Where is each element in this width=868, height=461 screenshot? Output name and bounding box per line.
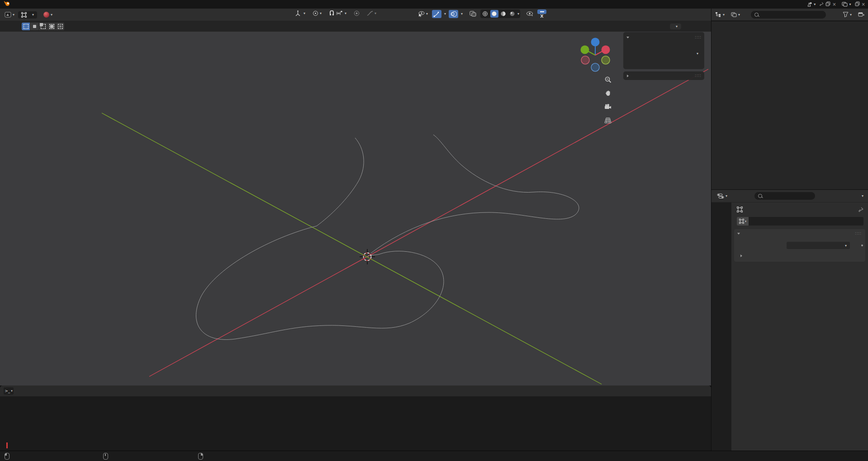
select-mode-extend[interactable]: [30, 23, 39, 30]
shading-dropdown[interactable]: ▾: [517, 12, 519, 16]
gizmo-dropdown[interactable]: ▾: [444, 12, 446, 16]
overlays-dropdown[interactable]: ▾: [461, 12, 463, 16]
pivot-icon: [313, 10, 318, 16]
solid-icon: [491, 11, 497, 17]
mouse-middle-icon: [103, 453, 108, 460]
outliner: [711, 21, 868, 189]
shading-material-button[interactable]: [499, 10, 508, 18]
new-collection-button[interactable]: [856, 11, 866, 18]
outliner-filter-button[interactable]: ▾: [841, 11, 854, 18]
curve-paths: [196, 135, 579, 339]
object-name-value[interactable]: [749, 217, 863, 226]
show-object-types-selector[interactable]: ▾: [416, 10, 429, 18]
magnet-icon: [329, 10, 335, 16]
xray-icon: [470, 11, 476, 17]
gizmo-x-ball[interactable]: [602, 46, 610, 54]
pin-icon[interactable]: [819, 2, 824, 7]
new-scene-icon[interactable]: [825, 1, 830, 7]
hardops-button[interactable]: ▾: [42, 11, 54, 19]
chevron-down-icon: ▾: [849, 2, 851, 6]
rotation-mode-dropdown[interactable]: ▾: [626, 50, 702, 57]
perspective-toggle-button[interactable]: [602, 114, 614, 127]
transform-panel-header[interactable]: ::::: [734, 229, 865, 238]
object-icon: [739, 219, 744, 224]
add-workspace-button[interactable]: [21, 4, 31, 5]
topbar: ▾ × ▾ ×: [0, 0, 868, 9]
editor-type-button[interactable]: ▾: [3, 11, 16, 19]
chevron-down-icon: ▾: [814, 2, 816, 6]
funnel-icon: [843, 12, 849, 17]
x-axis-line: [149, 69, 708, 376]
rotation-mode-dropdown[interactable]: ▾: [787, 242, 850, 249]
zoom-button[interactable]: [602, 73, 614, 86]
outliner-header: ▾ ▾ ▾: [711, 9, 868, 21]
sidebar-npanel: :::: ▾ ::::: [623, 32, 704, 82]
navigation-gizmo[interactable]: [578, 34, 614, 76]
pan-hand-button[interactable]: [602, 87, 614, 99]
falloff-selector[interactable]: ▾: [365, 9, 378, 17]
console-editor-icon[interactable]: >_▾: [4, 387, 14, 395]
gizmo-y-ball[interactable]: [581, 46, 589, 54]
show-overlays-toggle[interactable]: [449, 10, 458, 18]
search-icon: [754, 13, 759, 17]
breadcrumb: [731, 202, 868, 215]
mouse-left-icon: [5, 453, 9, 460]
select-mode-subtract[interactable]: [39, 23, 47, 30]
select-mode-invert[interactable]: [47, 23, 56, 30]
gizmo-minus-x-ball[interactable]: [581, 56, 589, 64]
transform-orientation-selector[interactable]: ▾: [293, 9, 307, 17]
animate-dot[interactable]: [861, 245, 863, 246]
mode-selector[interactable]: ▾: [18, 11, 37, 19]
proportional-icon: [354, 10, 360, 16]
blender-logo-icon[interactable]: [4, 1, 10, 8]
properties-content: ▾ :::: ▾: [731, 202, 868, 451]
shading-mode-group: ▾: [480, 9, 520, 18]
local-view-eye-button[interactable]: [525, 10, 535, 17]
addon-toggle-active-button[interactable]: X: [537, 9, 546, 18]
transform-panel-header[interactable]: ::::: [626, 34, 702, 41]
viewport-3d[interactable]: :::: ▾ ::::: [0, 32, 711, 386]
unlink-scene-icon[interactable]: ×: [832, 2, 836, 7]
xray-toggle[interactable]: [468, 10, 478, 18]
select-mode-intersect[interactable]: [56, 23, 64, 30]
chevron-down-icon: ▾: [13, 13, 14, 17]
show-gizmo-toggle[interactable]: [432, 10, 441, 18]
gizmo-minus-z-ball[interactable]: [591, 63, 599, 71]
wireframe-icon: [482, 11, 488, 17]
object-name-field[interactable]: ▾: [737, 217, 863, 226]
proportional-editing-toggle[interactable]: [352, 9, 361, 17]
scene-icon: [806, 2, 812, 7]
shading-rendered-button[interactable]: [508, 10, 517, 18]
properties-editor-type-button[interactable]: ▾: [715, 192, 729, 200]
outliner-search-input[interactable]: [751, 11, 826, 19]
select-mode-set[interactable]: [22, 23, 30, 30]
options-button[interactable]: ▾: [670, 24, 681, 29]
pivot-point-selector[interactable]: ▾: [311, 9, 323, 17]
remove-viewlayer-icon[interactable]: ×: [862, 2, 865, 7]
gizmo-minus-y-ball[interactable]: [602, 56, 610, 64]
new-viewlayer-icon[interactable]: [855, 1, 860, 7]
scene-selector[interactable]: ▾: [806, 2, 817, 7]
delta-transform-subpanel[interactable]: [734, 253, 865, 259]
viewlayer-selector[interactable]: ▾: [842, 2, 853, 7]
tree-display-icon: [715, 12, 721, 17]
properties-search-input[interactable]: [754, 192, 815, 200]
scale-label: [626, 58, 702, 62]
snapping-toggle[interactable]: ▾: [327, 9, 348, 17]
gizmo-icon: [433, 11, 440, 17]
console-prompt[interactable]: [5, 442, 8, 448]
properties-tab-strip: [711, 202, 731, 451]
gizmo-z-ball[interactable]: [591, 38, 600, 47]
transform-panel: :::: ▾: [623, 32, 704, 69]
outliner-filter-scope[interactable]: ▾: [729, 11, 742, 18]
outliner-display-mode[interactable]: ▾: [713, 11, 726, 18]
dimensions-label: [626, 62, 702, 66]
properties-subpanel[interactable]: ::::: [623, 71, 704, 80]
properties-options-dropdown[interactable]: ▾: [862, 194, 863, 198]
viewlayer-icon: [842, 2, 848, 7]
shading-solid-button[interactable]: [490, 10, 498, 18]
object-mode-icon: [21, 12, 27, 18]
shading-wireframe-button[interactable]: [481, 10, 489, 18]
camera-view-button[interactable]: [602, 100, 614, 113]
pin-icon[interactable]: [858, 207, 863, 212]
